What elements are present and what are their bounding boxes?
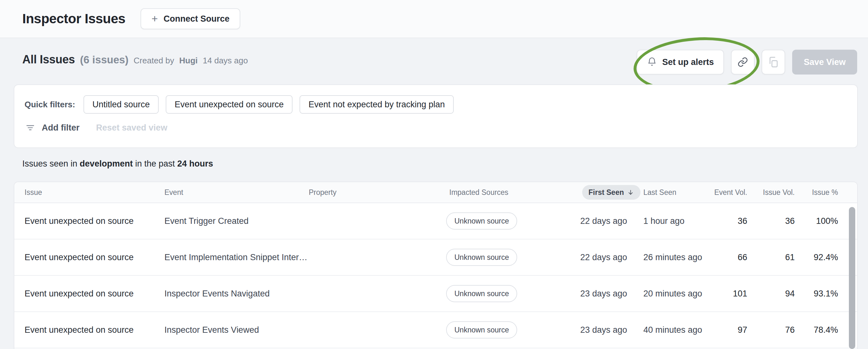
issue-cell: Event unexpected on source bbox=[25, 216, 164, 226]
table-row[interactable]: Event unexpected on source Inspector Eve… bbox=[14, 276, 857, 312]
event-vol-cell: 36 bbox=[738, 216, 747, 226]
table-header-row: Issue Event Property Impacted Sources Fi… bbox=[14, 182, 857, 203]
event-vol-cell: 66 bbox=[738, 253, 747, 262]
event-vol-cell: 97 bbox=[738, 325, 747, 335]
issue-pct-cell: 93.1% bbox=[813, 289, 838, 299]
column-header-issue[interactable]: Issue bbox=[25, 188, 164, 197]
column-header-issue-vol[interactable]: Issue Vol. bbox=[763, 188, 795, 197]
issue-count: (6 issues) bbox=[80, 54, 128, 66]
duplicate-view-button[interactable] bbox=[762, 50, 785, 74]
view-title-row: All Issues (6 issues) Created by Hugi 14… bbox=[22, 53, 248, 66]
quick-filter-untitled-source[interactable]: Untitled source bbox=[84, 95, 159, 114]
arrow-down-icon bbox=[627, 189, 634, 196]
issue-cell: Event unexpected on source bbox=[25, 325, 164, 335]
column-header-impacted-sources[interactable]: Impacted Sources bbox=[449, 188, 580, 197]
save-view-button[interactable]: Save View bbox=[792, 50, 857, 74]
add-filter-label: Add filter bbox=[42, 123, 80, 133]
app-header: Inspector Issues + Connect Source bbox=[0, 0, 868, 38]
connect-source-button[interactable]: + Connect Source bbox=[141, 8, 240, 29]
last-seen-cell: 40 minutes ago bbox=[643, 325, 704, 335]
filter-panel: Quick filters: Untitled source Event une… bbox=[14, 84, 858, 148]
copy-link-button[interactable] bbox=[731, 50, 754, 74]
link-icon bbox=[737, 57, 748, 67]
table-row[interactable]: Event unexpected on source Event Trigger… bbox=[14, 203, 857, 240]
impacted-source-badge: Unknown source bbox=[446, 321, 517, 339]
reset-saved-view-button[interactable]: Reset saved view bbox=[96, 123, 167, 133]
quick-filter-event-not-expected[interactable]: Event not expected by tracking plan bbox=[300, 95, 454, 114]
issue-vol-cell: 61 bbox=[785, 253, 795, 262]
quick-filters-label: Quick filters: bbox=[25, 100, 75, 109]
connect-source-label: Connect Source bbox=[163, 14, 229, 24]
issue-pct-cell: 78.4% bbox=[813, 325, 838, 335]
event-cell: Inspector Events Navigated bbox=[164, 289, 309, 299]
issue-cell: Event unexpected on source bbox=[25, 253, 164, 262]
column-header-event[interactable]: Event bbox=[164, 188, 309, 197]
copy-icon bbox=[768, 56, 779, 68]
quick-filter-event-unexpected[interactable]: Event unexpected on source bbox=[166, 95, 292, 114]
scope-prefix: Issues seen in bbox=[22, 159, 80, 168]
plus-icon: + bbox=[151, 13, 158, 24]
quick-filters-row: Quick filters: Untitled source Event une… bbox=[25, 95, 857, 114]
filter-actions-row: Add filter Reset saved view bbox=[25, 123, 857, 133]
column-header-issue-pct[interactable]: Issue % bbox=[812, 188, 838, 197]
impacted-source-badge: Unknown source bbox=[446, 249, 517, 266]
scope-line: Issues seen in development in the past 2… bbox=[22, 159, 213, 169]
event-cell: Inspector Events Viewed bbox=[164, 325, 309, 335]
last-seen-cell: 20 minutes ago bbox=[643, 289, 704, 299]
impacted-source-badge: Unknown source bbox=[446, 285, 517, 302]
add-filter-button[interactable]: Add filter bbox=[25, 123, 80, 133]
scope-range: 24 hours bbox=[177, 159, 213, 168]
page-title: Inspector Issues bbox=[22, 11, 125, 26]
first-seen-cell: 23 days ago bbox=[580, 289, 627, 299]
issue-pct-cell: 92.4% bbox=[813, 253, 838, 262]
column-header-last-seen[interactable]: Last Seen bbox=[643, 188, 704, 197]
last-seen-cell: 26 minutes ago bbox=[643, 253, 704, 262]
issue-pct-cell: 100% bbox=[816, 216, 838, 226]
column-header-event-vol[interactable]: Event Vol. bbox=[714, 188, 747, 197]
issue-vol-cell: 36 bbox=[785, 216, 795, 226]
save-view-label: Save View bbox=[804, 57, 846, 67]
created-by-prefix: Created by bbox=[133, 56, 174, 66]
view-controls: Set up alerts Save View bbox=[637, 50, 857, 74]
table-scrollbar[interactable] bbox=[849, 207, 855, 349]
issue-vol-cell: 94 bbox=[785, 289, 795, 299]
impacted-source-badge: Unknown source bbox=[446, 212, 517, 230]
scope-middle: in the past bbox=[133, 159, 178, 168]
scope-environment: development bbox=[80, 159, 133, 168]
set-up-alerts-label: Set up alerts bbox=[662, 57, 714, 67]
inspector-issues-page: Inspector Issues + Connect Source All Is… bbox=[0, 0, 868, 349]
set-up-alerts-button[interactable]: Set up alerts bbox=[637, 50, 724, 74]
event-cell: Event Implementation Snippet Inter… bbox=[164, 253, 309, 262]
table-row[interactable]: Event unexpected on source Event Impleme… bbox=[14, 240, 857, 276]
issue-vol-cell: 76 bbox=[785, 325, 795, 335]
column-header-first-seen[interactable]: First Seen bbox=[582, 185, 641, 200]
issue-cell: Event unexpected on source bbox=[25, 289, 164, 299]
table-row[interactable]: Event unexpected on source Inspector Eve… bbox=[14, 312, 857, 348]
event-cell: Event Trigger Created bbox=[164, 216, 309, 226]
bell-icon bbox=[647, 57, 657, 67]
issues-table: Issue Event Property Impacted Sources Fi… bbox=[14, 182, 858, 349]
created-ago: 14 days ago bbox=[203, 56, 248, 66]
created-by-user: Hugi bbox=[179, 56, 198, 66]
first-seen-cell: 22 days ago bbox=[580, 253, 627, 262]
view-name: All Issues bbox=[22, 53, 75, 66]
column-header-property[interactable]: Property bbox=[309, 188, 449, 197]
first-seen-cell: 23 days ago bbox=[580, 325, 627, 335]
first-seen-label: First Seen bbox=[589, 188, 624, 197]
event-vol-cell: 101 bbox=[733, 289, 747, 299]
first-seen-cell: 22 days ago bbox=[580, 216, 627, 226]
filter-icon bbox=[25, 123, 35, 133]
last-seen-cell: 1 hour ago bbox=[643, 216, 704, 226]
